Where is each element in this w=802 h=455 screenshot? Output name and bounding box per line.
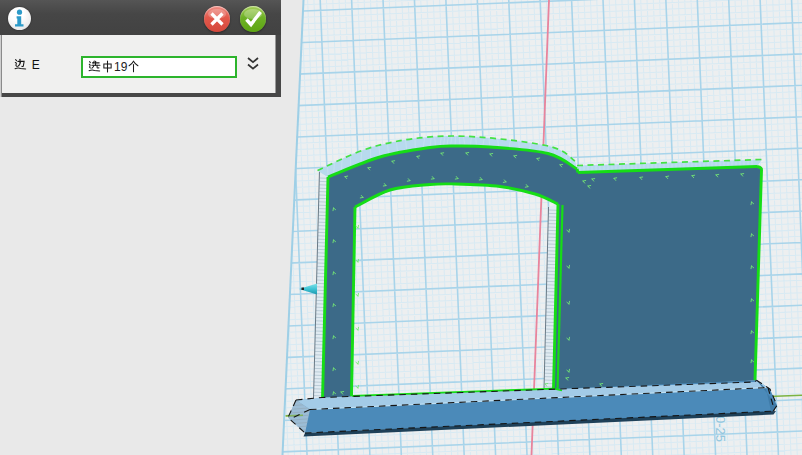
svg-text:0-25: 0-25: [713, 416, 728, 442]
